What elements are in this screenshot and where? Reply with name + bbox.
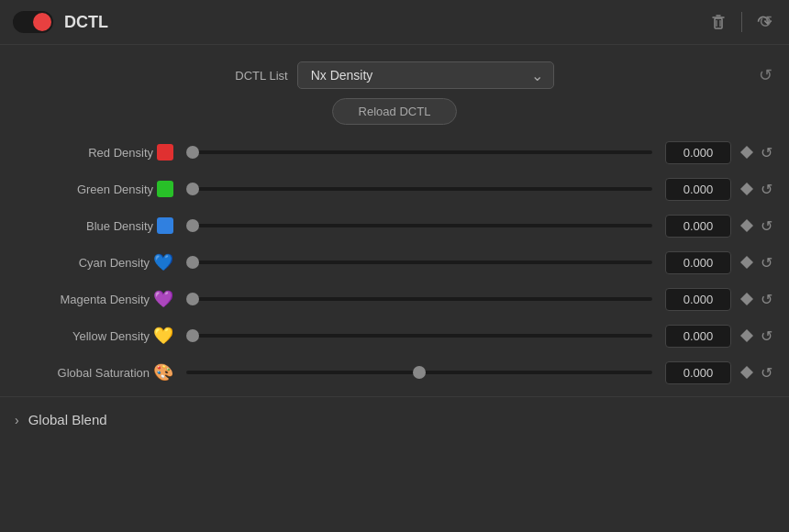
svg-marker-10: [740, 329, 753, 342]
slider-label-text-2: Blue Density: [86, 219, 153, 233]
panel-title: DCTL: [64, 13, 706, 32]
reset-button-3[interactable]: ↺: [757, 252, 776, 273]
reset-button-5[interactable]: ↺: [757, 326, 776, 347]
emoji-icon-3: 💙: [153, 254, 173, 271]
header-divider: [741, 12, 742, 32]
slider-track-container-2: [186, 216, 652, 235]
toggle-knob: [33, 13, 51, 31]
color-swatch-1: [157, 181, 173, 197]
slider-input-1[interactable]: [186, 187, 652, 191]
slider-row-3: Cyan Density💙↺: [0, 244, 789, 281]
slider-track-container-6: [186, 363, 652, 382]
svg-marker-5: [740, 146, 753, 159]
emoji-icon-5: 💛: [153, 327, 173, 344]
slider-input-0[interactable]: [186, 150, 652, 154]
color-swatch-0: [157, 144, 173, 161]
slider-row-0: Red Density↺: [0, 134, 789, 171]
diamond-button-4[interactable]: [737, 291, 757, 307]
reset-button-2[interactable]: ↺: [757, 216, 776, 237]
dctl-select[interactable]: Nx Density Option 2 Option 3: [297, 61, 554, 89]
main-panel: DCTL ↷ ↺ DCTL List Nx Density: [0, 0, 789, 532]
diamond-button-1[interactable]: [737, 181, 757, 197]
slider-value-input-6[interactable]: [665, 361, 731, 384]
slider-value-input-0[interactable]: [665, 141, 731, 164]
slider-value-input-1[interactable]: [665, 178, 731, 201]
slider-input-2[interactable]: [186, 224, 652, 227]
reset-button-1[interactable]: ↺: [757, 179, 776, 200]
diamond-button-2[interactable]: [737, 217, 757, 234]
dctl-list-label: DCTL List: [235, 69, 287, 83]
slider-track-container-5: [186, 327, 652, 345]
diamond-button-0[interactable]: [737, 144, 757, 161]
slider-row-6: Global Saturation🎨↺: [0, 354, 789, 391]
header-reset-button[interactable]: ↺: [755, 8, 776, 36]
svg-marker-7: [740, 219, 753, 232]
reload-dctl-button[interactable]: Reload DCTL: [332, 98, 458, 125]
svg-rect-0: [715, 18, 722, 28]
slider-label-1: Green Density: [13, 181, 173, 197]
slider-row-4: Magenta Density💜↺: [0, 281, 789, 317]
slider-input-3[interactable]: [186, 260, 652, 264]
diamond-button-5[interactable]: [737, 327, 757, 344]
slider-label-text-0: Red Density: [88, 146, 153, 160]
reset-button-6[interactable]: ↺: [757, 362, 776, 383]
dctl-list-reset-button[interactable]: ↺: [755, 61, 776, 89]
dctl-select-wrapper[interactable]: Nx Density Option 2 Option 3: [297, 61, 554, 89]
slider-track-container-0: [186, 143, 652, 161]
dctl-list-row: DCTL List Nx Density Option 2 Option 3 ↺: [0, 56, 789, 98]
slider-label-6: Global Saturation🎨: [13, 364, 173, 381]
slider-value-input-5[interactable]: [665, 325, 731, 348]
diamond-button-3[interactable]: [737, 254, 757, 271]
slider-label-text-1: Green Density: [77, 183, 153, 196]
slider-label-text-3: Cyan Density: [79, 256, 150, 270]
content-area: DCTL List Nx Density Option 2 Option 3 ↺…: [0, 45, 789, 532]
svg-marker-11: [740, 366, 753, 379]
slider-label-text-4: Magenta Density: [60, 293, 150, 306]
slider-row-5: Yellow Density💛↺: [0, 317, 789, 354]
slider-input-6[interactable]: [186, 371, 652, 374]
reload-row: Reload DCTL: [0, 98, 789, 134]
reset-button-0[interactable]: ↺: [757, 142, 776, 163]
slider-label-5: Yellow Density💛: [13, 327, 173, 344]
slider-label-3: Cyan Density💙: [13, 254, 173, 271]
delete-button[interactable]: [706, 9, 730, 35]
emoji-icon-4: 💜: [153, 291, 173, 307]
section-divider: [0, 396, 789, 397]
color-swatch-2: [157, 217, 173, 234]
slider-value-input-2[interactable]: [665, 215, 731, 238]
slider-label-text-5: Yellow Density: [72, 329, 150, 343]
slider-label-text-6: Global Saturation: [58, 366, 150, 380]
toggle-switch[interactable]: [13, 11, 53, 33]
slider-value-input-4[interactable]: [665, 288, 731, 311]
slider-label-4: Magenta Density💜: [13, 291, 173, 307]
slider-input-5[interactable]: [186, 334, 652, 338]
slider-track-container-1: [186, 180, 652, 198]
emoji-icon-6: 🎨: [153, 364, 173, 381]
chevron-right-icon: ›: [15, 413, 19, 427]
slider-track-container-4: [186, 290, 652, 308]
svg-marker-8: [740, 256, 753, 269]
global-blend-label: Global Blend: [28, 412, 107, 427]
slider-row-1: Green Density↺: [0, 171, 789, 207]
svg-marker-6: [740, 183, 753, 195]
global-blend-row[interactable]: › Global Blend: [0, 403, 789, 437]
header: DCTL ↷ ↺: [0, 0, 789, 45]
slider-value-input-3[interactable]: [665, 251, 731, 274]
slider-input-4[interactable]: [186, 297, 652, 301]
svg-marker-9: [740, 293, 753, 305]
slider-track-container-3: [186, 253, 652, 272]
sliders-container: Red Density↺Green Density↺Blue Density↺C…: [0, 134, 789, 391]
reset-button-4[interactable]: ↺: [757, 289, 776, 310]
diamond-button-6[interactable]: [737, 364, 757, 381]
slider-label-0: Red Density: [13, 144, 173, 161]
slider-row-2: Blue Density↺: [0, 207, 789, 244]
slider-label-2: Blue Density: [13, 217, 173, 234]
